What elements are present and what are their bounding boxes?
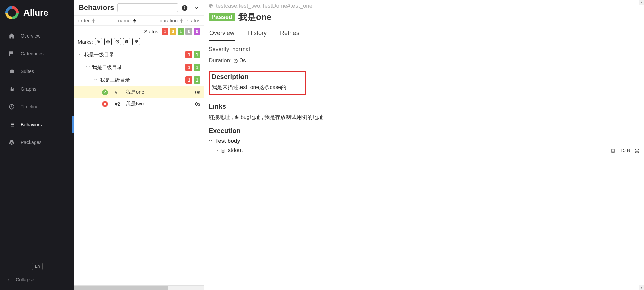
tree-leaf[interactable]: ✓ #1 我是one 0s xyxy=(74,86,204,98)
bug-icon xyxy=(234,114,239,121)
links-part-2[interactable]: bug地址 , xyxy=(240,114,263,121)
severity-value: normal xyxy=(232,46,250,52)
links-part-3[interactable]: 我是存放测试用例的地址 xyxy=(264,114,323,121)
svg-rect-10 xyxy=(127,41,127,43)
sidebar-item-overview[interactable]: Overview xyxy=(0,27,74,45)
sidebar-item-label: Graphs xyxy=(21,86,36,92)
sidebar-item-label: Categories xyxy=(21,51,44,56)
chevron-down-icon: ﹀ xyxy=(86,65,90,70)
severity-row: Severity: normal xyxy=(209,46,639,53)
node-badge-passed: 1 xyxy=(194,51,200,58)
tree-node-l3[interactable]: ﹀ 我是三级目录 1 1 xyxy=(74,74,204,86)
svg-rect-12 xyxy=(210,4,212,7)
test-body-row[interactable]: ﹀ Test body xyxy=(209,138,639,144)
sidebar-item-graphs[interactable]: Graphs xyxy=(0,80,74,98)
status-badge-skipped[interactable]: 0 xyxy=(185,28,192,35)
sidebar-item-packages[interactable]: Packages xyxy=(0,133,74,151)
status-label: Status: xyxy=(144,29,160,34)
leaf-duration: 0s xyxy=(195,89,200,95)
tree-leaf[interactable]: ✕ #2 我是two 0s xyxy=(74,98,204,110)
mark-flaky-icon[interactable] xyxy=(95,38,102,45)
chevron-down-icon: ﹀ xyxy=(94,77,98,83)
layers-icon xyxy=(8,139,15,146)
allure-logo-icon xyxy=(5,6,19,19)
brand: Allure xyxy=(0,0,74,27)
leaf-number: #1 xyxy=(115,89,120,95)
vertical-scrollbar[interactable]: ▲ ▼ xyxy=(639,0,644,290)
flag-icon xyxy=(8,50,15,57)
status-filter-row: Status: 1 0 1 0 0 xyxy=(78,28,200,35)
collapse-label: Collapse xyxy=(16,277,34,282)
stdout-row[interactable]: › stdout 15 B xyxy=(209,147,639,153)
tree-node-label: 我是三级目录 xyxy=(100,77,183,83)
status-badge-failed[interactable]: 1 xyxy=(162,28,168,35)
tree-panel: Behaviors order▲▼ name▲▼ duration▲▼ stat… xyxy=(74,0,204,290)
svg-point-5 xyxy=(98,41,100,43)
description-text: 我是来描述test_one这条case的 xyxy=(212,84,303,91)
copy-icon[interactable] xyxy=(209,3,214,9)
stdout-label: stdout xyxy=(228,147,243,153)
tree-node-l2[interactable]: ﹀ 我是二级目录 1 1 xyxy=(74,61,204,74)
test-body-label: Test body xyxy=(215,138,240,144)
nav: Overview Categories Suites Graphs xyxy=(0,27,74,258)
download-icon[interactable] xyxy=(193,4,200,12)
status-badge-broken[interactable]: 0 xyxy=(170,28,176,35)
description-highlight: Description 我是来描述test_one这条case的 xyxy=(209,71,306,95)
mark-check-icon[interactable] xyxy=(114,38,121,45)
svg-rect-15 xyxy=(612,149,614,150)
leaf-number: #2 xyxy=(115,101,120,107)
tree-column-headers: order▲▼ name▲▼ duration▲▼ status xyxy=(74,16,204,26)
sidebar-item-label: Packages xyxy=(21,140,41,145)
status-badge-passed[interactable]: 1 xyxy=(178,28,184,35)
status-pass-icon: ✓ xyxy=(102,89,108,95)
search-input[interactable] xyxy=(117,3,178,12)
save-icon[interactable] xyxy=(611,148,615,153)
status-fail-icon: ✕ xyxy=(102,101,108,107)
tree-node-label: 我是二级目录 xyxy=(92,64,183,71)
col-name[interactable]: name▲▼ xyxy=(101,18,153,23)
sidebar-item-timeline[interactable]: Timeline xyxy=(0,98,74,116)
svg-rect-11 xyxy=(210,5,213,8)
sidebar-item-suites[interactable]: Suites xyxy=(0,62,74,80)
svg-point-14 xyxy=(236,116,238,119)
sidebar-item-label: Timeline xyxy=(21,104,38,110)
mark-refresh-icon[interactable] xyxy=(132,38,140,45)
tab-history[interactable]: History xyxy=(247,26,267,41)
tree-node-label: 我是一级目录 xyxy=(84,52,183,58)
severity-label: Severity: xyxy=(209,46,231,52)
stdout-size: 15 B xyxy=(620,148,630,153)
language-chip[interactable]: En xyxy=(0,263,74,270)
sidebar-item-behaviors[interactable]: Behaviors xyxy=(0,116,74,133)
sidebar: Allure Overview Categories Suites xyxy=(0,0,74,290)
scroll-up-icon[interactable]: ▲ xyxy=(639,0,644,5)
expand-icon[interactable] xyxy=(635,148,639,153)
sidebar-item-categories[interactable]: Categories xyxy=(0,45,74,62)
chevron-down-icon: ﹀ xyxy=(209,138,213,144)
bar-chart-icon xyxy=(8,85,15,92)
collapse-button[interactable]: ‹ Collapse xyxy=(0,270,74,283)
links-part-1[interactable]: 链接地址 , xyxy=(209,114,233,121)
svg-rect-9 xyxy=(127,41,127,41)
mark-info-icon[interactable] xyxy=(123,38,130,45)
marks-filter-row: Marks: xyxy=(78,38,200,45)
sidebar-item-label: Suites xyxy=(21,69,34,74)
scroll-down-icon[interactable]: ▼ xyxy=(639,285,644,290)
marks-label: Marks: xyxy=(78,39,93,45)
tree-node-l1[interactable]: ﹀ 我是一级目录 1 1 xyxy=(74,48,204,61)
col-status[interactable]: status xyxy=(183,18,200,23)
duration-row: Duration: 0s xyxy=(209,57,639,64)
detail-panel: testcase.test_two.TestDome#test_one Pass… xyxy=(204,0,644,290)
title-line: Passed 我是one xyxy=(209,11,639,23)
leaf-duration: 0s xyxy=(195,101,200,107)
clock-icon xyxy=(8,103,15,110)
tab-retries[interactable]: Retries xyxy=(279,26,300,41)
info-icon[interactable] xyxy=(181,4,188,12)
col-duration[interactable]: duration▲▼ xyxy=(153,18,183,23)
list-icon xyxy=(8,121,15,128)
mark-cancel-icon[interactable] xyxy=(104,38,112,45)
horizontal-scrollbar[interactable] xyxy=(74,285,204,290)
col-order[interactable]: order▲▼ xyxy=(78,18,101,23)
sidebar-bottom: En ‹ Collapse xyxy=(0,258,74,290)
tab-overview[interactable]: Overview xyxy=(209,26,235,41)
status-badge-unknown[interactable]: 0 xyxy=(194,28,200,35)
